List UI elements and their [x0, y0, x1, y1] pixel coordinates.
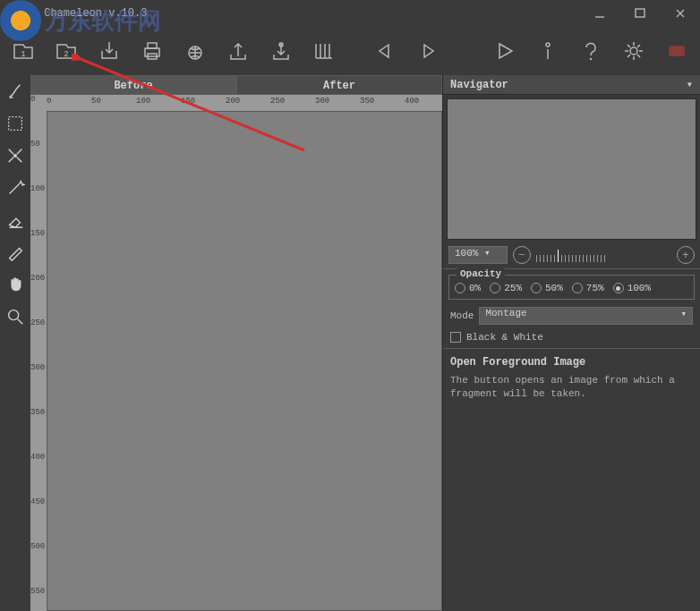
tab-after[interactable]: After	[236, 75, 442, 95]
navigator-header: Navigator ▾	[443, 75, 700, 95]
presets-button[interactable]	[263, 33, 299, 69]
mode-label: Mode	[450, 310, 474, 321]
radio-icon	[572, 283, 583, 293]
right-panel: Navigator ▾ 100% ▾ − + Opacity 0%25%50%7…	[442, 75, 700, 611]
info-button[interactable]	[530, 33, 566, 69]
main-toolbar: 1 2	[0, 27, 700, 75]
svg-text:1: 1	[21, 50, 25, 59]
eraser-tool[interactable]	[3, 208, 28, 233]
settings-button[interactable]	[616, 33, 652, 69]
panel-pin-icon[interactable]: ▾	[687, 78, 693, 91]
opacity-radio-100%[interactable]: 100%	[613, 283, 651, 293]
svg-rect-14	[9, 117, 22, 131]
minimize-button[interactable]	[579, 0, 619, 27]
zoom-value: 100%	[455, 248, 478, 259]
notify-button[interactable]	[659, 33, 695, 69]
opacity-radio-50%[interactable]: 50%	[531, 283, 563, 293]
ruler-horizontal: 050100150200250300350400	[47, 95, 442, 111]
svg-point-15	[14, 155, 17, 157]
ruler-vertical: 050100150200250300350400450500550	[30, 95, 47, 611]
magic-brush-tool[interactable]	[3, 175, 28, 200]
open-foreground-button[interactable]: 1	[5, 33, 41, 69]
titlebar: AKVIS Chameleon v.10.3	[0, 0, 700, 27]
navigator-preview[interactable]	[447, 98, 696, 240]
radio-label: 25%	[504, 283, 522, 293]
radio-label: 100%	[627, 283, 651, 293]
bw-checkbox[interactable]	[450, 332, 461, 343]
open-background-button[interactable]: 2	[48, 33, 84, 69]
share-button[interactable]	[177, 33, 213, 69]
workspace: Before After 050100150200250300350400450…	[30, 75, 442, 611]
radio-label: 50%	[545, 283, 563, 293]
brush-tool[interactable]	[3, 79, 28, 104]
window-title: AKVIS Chameleon v.10.3	[5, 7, 579, 20]
undo-button[interactable]	[367, 33, 403, 69]
redo-button[interactable]	[410, 33, 446, 69]
canvas[interactable]	[47, 111, 442, 611]
zoom-slider[interactable]	[536, 248, 671, 262]
hint-text: The button opens an image from which a f…	[443, 370, 700, 405]
radio-icon	[455, 283, 465, 293]
zoom-tool[interactable]	[3, 304, 28, 329]
svg-point-16	[9, 310, 19, 320]
svg-rect-13	[670, 47, 684, 55]
close-button[interactable]	[660, 0, 700, 27]
radio-icon	[613, 283, 624, 293]
print-button[interactable]	[134, 33, 170, 69]
zoom-in-button[interactable]: +	[677, 246, 695, 264]
maximize-button[interactable]	[619, 0, 660, 27]
svg-rect-2	[636, 9, 645, 17]
save-button[interactable]	[91, 33, 127, 69]
mode-value: Montage	[485, 308, 526, 318]
zoom-select[interactable]: 100% ▾	[448, 246, 508, 264]
opacity-radio-75%[interactable]: 75%	[572, 283, 604, 293]
pen-tool[interactable]	[3, 240, 28, 265]
svg-point-11	[590, 58, 592, 60]
radio-label: 0%	[469, 283, 481, 293]
mode-select[interactable]: Montage▾	[479, 307, 693, 325]
opacity-legend: Opacity	[457, 268, 505, 279]
radio-icon	[490, 283, 500, 293]
svg-text:2: 2	[64, 50, 68, 59]
tab-before[interactable]: Before	[30, 75, 236, 95]
svg-point-10	[546, 43, 550, 47]
svg-rect-6	[148, 43, 157, 48]
marquee-tool[interactable]	[3, 111, 28, 136]
radio-label: 75%	[586, 283, 604, 293]
opacity-radio-25%[interactable]: 25%	[490, 283, 522, 293]
left-tool-palette	[0, 75, 30, 611]
radio-icon	[531, 283, 542, 293]
hint-title: Open Foreground Image	[443, 351, 700, 370]
grid-button[interactable]	[306, 33, 342, 69]
opacity-radio-0%[interactable]: 0%	[455, 283, 481, 293]
run-button[interactable]	[487, 33, 523, 69]
help-button[interactable]	[573, 33, 609, 69]
crop-target-tool[interactable]	[3, 143, 28, 168]
hand-tool[interactable]	[3, 272, 28, 297]
navigator-title: Navigator	[450, 79, 508, 91]
upload-button[interactable]	[220, 33, 256, 69]
bw-label: Black & White	[466, 332, 543, 343]
opacity-group: Opacity 0%25%50%75%100%	[448, 275, 695, 300]
zoom-out-button[interactable]: −	[513, 246, 531, 264]
svg-point-12	[630, 47, 637, 55]
